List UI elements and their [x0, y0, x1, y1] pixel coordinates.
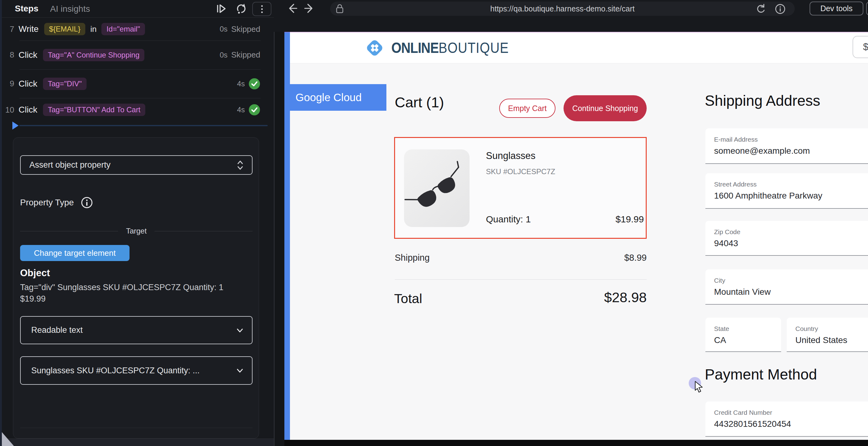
- expected-value-select[interactable]: Sunglasses SKU #OLJCESPC7Z Quantity: ...: [20, 356, 252, 385]
- product-name[interactable]: Sunglasses: [486, 150, 535, 161]
- cart-item-card-highlighted[interactable]: Sunglasses SKU #OLJCESPC7Z Quantity: 1 $…: [394, 137, 647, 239]
- tab-ai-insights[interactable]: AI insights: [50, 4, 90, 14]
- step-row-10[interactable]: 10 Click Tag="BUTTON" Add To Cart 4s: [0, 98, 274, 122]
- total-value: $28.98: [585, 290, 647, 305]
- target-label: Target: [118, 227, 155, 235]
- city-value[interactable]: Mountain View: [714, 287, 771, 297]
- target-section-divider: Target: [20, 227, 252, 235]
- currency-selector[interactable]: $: [852, 36, 868, 58]
- step-duration: 0s: [220, 51, 227, 59]
- step-selector-badge: Tag="DIV": [43, 78, 87, 90]
- empty-cart-button[interactable]: Empty Cart: [499, 99, 556, 118]
- zip-code-value[interactable]: 94043: [714, 238, 738, 248]
- action-type-value: Assert object property: [29, 160, 111, 170]
- tab-steps[interactable]: Steps: [15, 4, 38, 13]
- step-row-7[interactable]: 7 Write ${EMAIL} in Id="email" 0s Skippe…: [0, 18, 274, 40]
- step-row-9[interactable]: 9 Click Tag="DIV" 4s: [0, 69, 274, 98]
- state-label: State: [714, 325, 729, 332]
- readable-text-select[interactable]: Readable text: [20, 316, 252, 344]
- rerun-icon[interactable]: [235, 2, 247, 15]
- continue-shopping-button[interactable]: Continue Shopping: [563, 95, 647, 121]
- online-boutique-logo-icon: [365, 38, 384, 58]
- country-value[interactable]: United States: [795, 335, 847, 345]
- zip-code-field[interactable]: Zip Code 94043: [705, 221, 868, 256]
- playhead-track[interactable]: [19, 125, 268, 126]
- step-row-8[interactable]: 8 Click Tag="A" Continue Shopping 0s Ski…: [0, 40, 274, 69]
- google-cloud-ribbon: Google Cloud: [284, 84, 386, 111]
- step-number: 7: [0, 24, 14, 34]
- address-bar[interactable]: https://qa.boutique.harness-demo.site/ca…: [330, 2, 795, 16]
- city-field[interactable]: City Mountain View: [705, 269, 868, 305]
- url-text[interactable]: https://qa.boutique.harness-demo.site/ca…: [330, 4, 795, 13]
- street-address-value[interactable]: 1600 Amphitheatre Parkway: [714, 191, 822, 201]
- payment-method-title: Payment Method: [705, 366, 817, 383]
- step-action: Click: [19, 79, 37, 89]
- shipping-cost-value: $8.99: [619, 253, 647, 263]
- chevron-down-icon: [235, 366, 245, 375]
- property-type-label: Property Type: [20, 198, 74, 208]
- app-window: Steps AI insights 7 Write ${EMAIL} in: [0, 0, 868, 446]
- overflow-dot: [261, 11, 263, 13]
- credit-card-label: Credit Card Number: [714, 409, 772, 416]
- product-image-sunglasses: [404, 149, 469, 227]
- step-selector-badge: Tag="BUTTON" Add To Cart: [43, 103, 146, 116]
- object-description: Tag="div" Sunglasses SKU #OLJCESPC7Z Qua…: [20, 282, 246, 305]
- email-label: E-mail Address: [714, 136, 757, 143]
- divider: [155, 231, 252, 231]
- product-quantity: Quantity: 1: [486, 214, 531, 225]
- zip-code-label: Zip Code: [714, 228, 740, 236]
- state-value[interactable]: CA: [714, 335, 726, 345]
- mouse-cursor-icon: [694, 381, 705, 393]
- step-status: Skipped: [231, 24, 260, 34]
- step-duration: 0s: [220, 25, 227, 33]
- step-selector-badge: Id="email": [101, 23, 145, 35]
- step-number: 8: [0, 50, 14, 60]
- dev-tools-button[interactable]: Dev tools: [810, 2, 863, 16]
- divider: [395, 279, 647, 279]
- cart-title: Cart (1): [395, 94, 444, 111]
- email-value[interactable]: someone@example.com: [714, 146, 810, 156]
- playhead-marker-icon[interactable]: [12, 122, 19, 129]
- street-address-field[interactable]: Street Address 1600 Amphitheatre Parkway: [705, 173, 868, 209]
- viewport-bottom-bar: [284, 440, 868, 446]
- wordmark-light: BOUTIQUE: [439, 39, 509, 56]
- step-number: 9: [0, 79, 14, 88]
- reload-icon[interactable]: [755, 3, 767, 14]
- shop-logo[interactable]: ONLINEBOUTIQUE: [365, 38, 509, 58]
- overflow-menu-button[interactable]: [252, 2, 271, 16]
- step-editor-card: Assert object property Property Type Tar…: [13, 137, 259, 439]
- panel-header: Steps AI insights: [0, 0, 274, 18]
- product-price: $19.99: [616, 214, 644, 225]
- chevron-up-down-icon: [236, 159, 245, 171]
- back-icon[interactable]: [286, 2, 298, 14]
- chevron-down-icon: [235, 326, 245, 335]
- info-icon[interactable]: [81, 197, 93, 209]
- country-field[interactable]: Country United States: [787, 318, 868, 352]
- action-type-select[interactable]: Assert object property: [20, 155, 252, 175]
- page-info-icon[interactable]: [775, 3, 786, 14]
- step-number: 10: [0, 105, 14, 115]
- divider: [284, 32, 868, 32]
- state-field[interactable]: State CA: [705, 318, 781, 352]
- overflow-dot: [261, 8, 263, 10]
- browser-toolbar: https://qa.boutique.harness-demo.site/ca…: [274, 0, 868, 32]
- change-target-element-button[interactable]: Change target element: [20, 245, 129, 261]
- overflow-dot: [261, 5, 263, 7]
- clipped-toolbar-button[interactable]: [866, 2, 868, 16]
- step-status: Skipped: [231, 50, 260, 60]
- credit-card-number-field[interactable]: Credit Card Number 4432801561520454: [705, 402, 868, 437]
- shop-wordmark: ONLINEBOUTIQUE: [391, 39, 509, 56]
- step-connector: in: [90, 24, 96, 34]
- product-sku: SKU #OLJCESPC7Z: [486, 167, 555, 176]
- city-label: City: [714, 277, 725, 284]
- forward-icon[interactable]: [304, 2, 315, 14]
- run-from-step-icon[interactable]: [215, 2, 227, 15]
- window-edge-strip: [0, 0, 2, 446]
- divider: [20, 428, 252, 428]
- shipping-address-title: Shipping Address: [705, 92, 820, 109]
- credit-card-value[interactable]: 4432801561520454: [714, 419, 791, 429]
- divider: [274, 0, 275, 446]
- email-field[interactable]: E-mail Address someone@example.com: [705, 128, 868, 164]
- panel-browser-gap: [274, 0, 284, 446]
- step-action: Click: [19, 105, 37, 115]
